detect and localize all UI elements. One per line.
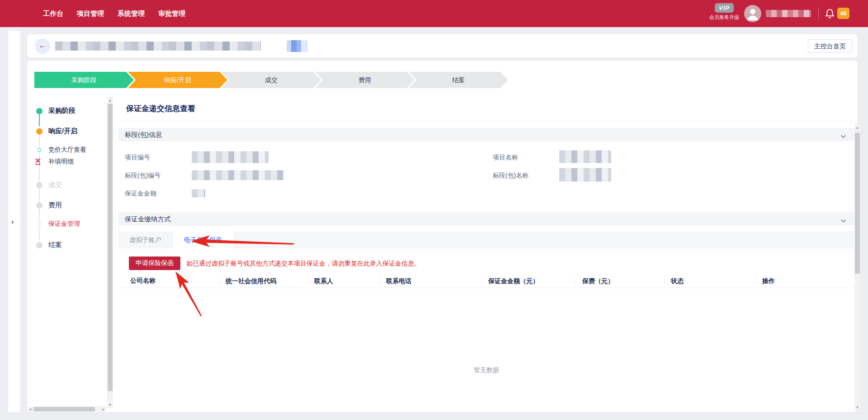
sidebar-item-bidding-hall[interactable]: 竞价大厅查看 <box>36 146 86 154</box>
pending-dot-icon <box>36 242 42 248</box>
username-redacted <box>766 10 811 17</box>
scroll-left-arrow-icon[interactable]: ◂ <box>28 406 33 412</box>
main-vertical-scrollbar[interactable]: ▴ ▾ <box>854 124 860 411</box>
sidebar-item-label: 成交 <box>48 181 62 189</box>
person-icon <box>744 5 761 22</box>
step-procurement-stage[interactable]: 采购阶段 <box>34 72 134 88</box>
section-payment-method: 保证金缴纳方式 <box>118 212 854 226</box>
col-premium: 保费（元） <box>576 277 664 285</box>
vip-caption: 会员服务升级 <box>702 14 747 21</box>
scroll-up-arrow-icon[interactable]: ▴ <box>854 125 860 130</box>
notification-count-badge[interactable]: 46 <box>837 8 849 19</box>
timeline-connector-done <box>39 114 40 126</box>
empty-state-text: 暂无数据 <box>118 366 854 374</box>
collapse-chevron-down-icon[interactable] <box>840 217 846 225</box>
section-title: 标段(包)信息 <box>125 131 162 139</box>
back-button[interactable]: ← <box>35 38 50 54</box>
sub-dot-icon <box>38 222 41 226</box>
col-deposit-amount: 保证金金额（元） <box>481 277 576 285</box>
console-home-button[interactable]: 主控台首页 <box>808 39 852 53</box>
tab-electronic-insurance-guarantee[interactable]: 电子保险保函 <box>173 231 233 248</box>
scroll-down-arrow-icon[interactable]: ▾ <box>107 402 113 407</box>
field-value-package-name-redacted <box>559 168 611 182</box>
guarantee-table-header: 公司名称 统一社会信用代码 联系人 联系电话 保证金金额（元） 保费（元） 状态… <box>118 274 854 288</box>
sidebar-item-label: 结案 <box>48 241 62 249</box>
sidebar-item-deposit-mgmt[interactable]: 保证金管理 <box>36 220 80 228</box>
vip-upgrade[interactable]: VIP 会员服务升级 <box>702 3 747 21</box>
done-dot-icon <box>36 108 42 114</box>
sidebar-item-label: 费用 <box>48 201 62 210</box>
field-label-deposit-amount: 保证金金额 <box>125 189 156 198</box>
step-closure[interactable]: 结案 <box>409 72 508 88</box>
apply-insurance-guarantee-button[interactable]: 申请保险保函 <box>129 257 180 270</box>
col-status: 状态 <box>664 277 755 285</box>
field-value-package-code-redacted <box>192 170 284 180</box>
sidebar-item-fees[interactable]: 费用 <box>36 201 62 210</box>
sidebar-item-fill-details[interactable]: 补填明细 <box>36 158 74 166</box>
scrollbar-thumb[interactable] <box>108 104 113 391</box>
section-title: 保证金缴纳方式 <box>125 215 171 224</box>
user-avatar[interactable] <box>744 5 761 22</box>
collapse-chevron-down-icon[interactable] <box>840 132 846 140</box>
top-navbar: 工作台 项目管理 系统管理 审批管理 VIP 会员服务升级 46 <box>0 0 868 27</box>
section-package-info: 标段(包)信息 <box>118 128 854 141</box>
content-card: 采购阶段 响应/开启 成交 费用 结案 采购阶段 响应/开启 竞价大厅查看 补填… <box>27 61 858 412</box>
nav-item-approval-mgmt[interactable]: 审批管理 <box>158 9 185 18</box>
field-label-package-code: 标段(包)编号 <box>125 171 160 180</box>
col-contact-person: 联系人 <box>307 277 379 285</box>
collapsed-panel-strip: › <box>8 31 20 412</box>
vip-icon: VIP <box>715 3 734 13</box>
col-company-name: 公司名称 <box>118 277 219 285</box>
process-steps: 采购阶段 响应/开启 成交 费用 结案 <box>34 72 514 88</box>
step-deal[interactable]: 成交 <box>222 72 321 88</box>
sidebar-item-deal[interactable]: 成交 <box>36 181 62 189</box>
field-label-package-name: 标段(包)名称 <box>493 171 528 180</box>
page: 工作台 项目管理 系统管理 审批管理 VIP 会员服务升级 46 › <box>0 0 868 420</box>
nav-item-project-mgmt[interactable]: 项目管理 <box>77 9 104 18</box>
scroll-down-arrow-icon[interactable]: ▾ <box>854 405 860 410</box>
sub-dot-icon <box>38 148 41 152</box>
nav-divider <box>818 7 819 20</box>
col-credit-code: 统一社会信用代码 <box>219 277 307 285</box>
notification-bell-icon[interactable] <box>825 8 835 19</box>
nav-item-workbench[interactable]: 工作台 <box>43 9 63 18</box>
sidebar-item-label: 竞价大厅查看 <box>48 146 86 154</box>
sidebar-vertical-scrollbar[interactable]: ▴ ▾ <box>107 97 113 408</box>
field-value-project-name-redacted <box>559 150 611 163</box>
nav-menu: 工作台 项目管理 系统管理 审批管理 <box>43 0 185 27</box>
expand-chevron-right-icon[interactable]: › <box>11 218 14 225</box>
field-value-deposit-amount-redacted <box>192 189 205 197</box>
project-title-redacted <box>55 42 261 51</box>
active-dot-icon <box>36 128 42 135</box>
arrow-left-icon: ← <box>39 41 47 50</box>
field-label-project-name: 项目名称 <box>493 153 518 162</box>
field-label-project-code: 项目编号 <box>125 153 150 162</box>
sidebar-item-procurement-stage[interactable]: 采购阶段 <box>36 107 75 115</box>
scrollbar-thumb[interactable] <box>33 407 95 411</box>
hourglass-icon <box>35 159 41 165</box>
sidebar-item-label: 响应/开启 <box>48 127 77 135</box>
payment-tabs: 虚拟子账户 电子保险保函 <box>118 231 854 248</box>
status-badge-redacted <box>287 40 307 52</box>
sidebar-horizontal-scrollbar[interactable]: ◂ ▸ <box>28 406 106 412</box>
col-contact-phone: 联系电话 <box>379 277 481 285</box>
divider <box>118 121 854 121</box>
scroll-right-arrow-icon[interactable]: ▸ <box>101 406 106 412</box>
scrollbar-thumb[interactable] <box>855 133 860 274</box>
step-response-open[interactable]: 响应/开启 <box>128 72 227 88</box>
page-title: 保证金递交信息查看 <box>126 103 195 114</box>
sidebar-item-label: 采购阶段 <box>48 107 75 115</box>
sidebar-item-label: 补填明细 <box>48 158 74 166</box>
col-actions: 操作 <box>755 277 854 285</box>
pending-dot-icon <box>36 202 42 209</box>
sidebar-item-response-open[interactable]: 响应/开启 <box>36 127 77 135</box>
sidebar-item-label: 保证金管理 <box>48 220 80 228</box>
step-fees[interactable]: 费用 <box>315 72 415 88</box>
duplicate-deposit-warning: 如已通过虚拟子账号或其他方式递交本项目保证金，请勿重复在此录入保证金信息。 <box>186 257 420 270</box>
tab-virtual-subaccount[interactable]: 虚拟子账户 <box>118 231 173 248</box>
page-header-card: ← 主控台首页 <box>27 34 858 58</box>
scroll-up-arrow-icon[interactable]: ▴ <box>107 98 113 103</box>
sidebar-item-closure[interactable]: 结案 <box>36 241 62 249</box>
pending-dot-icon <box>36 182 42 188</box>
nav-item-system-mgmt[interactable]: 系统管理 <box>118 9 145 18</box>
